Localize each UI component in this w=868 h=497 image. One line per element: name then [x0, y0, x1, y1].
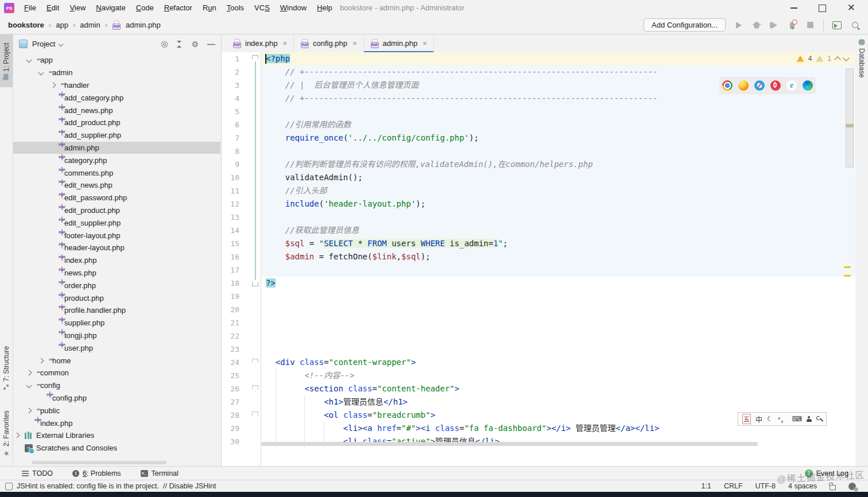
line-number-22[interactable]: 22 — [222, 329, 239, 343]
tree-item-news-php[interactable]: PHPnews.php — [13, 267, 220, 279]
code-line-18[interactable]: ?> — [261, 277, 855, 290]
line-number-18[interactable]: 18 — [222, 277, 239, 290]
breadcrumb-item-admin[interactable]: admin — [80, 21, 100, 29]
tree-item-edit_product-php[interactable]: PHPedit_product.php — [13, 204, 220, 217]
statusbar-disable-jshint-link[interactable]: // Disable JSHint — [163, 482, 216, 490]
chrome-browser-icon[interactable] — [722, 80, 733, 91]
tree-item-add_news-php[interactable]: PHPadd_news.php — [13, 104, 220, 117]
tree-item-common[interactable]: common — [13, 367, 220, 379]
tree-chevron-icon[interactable] — [27, 371, 37, 375]
close-icon[interactable]: ✕ — [847, 1, 855, 15]
line-number-21[interactable]: 21 — [222, 316, 239, 329]
code-line-16[interactable]: $admin = fetchOne($link,$sql); — [261, 250, 855, 263]
profiler-icon[interactable] — [788, 21, 797, 30]
line-number-7[interactable]: 7 — [222, 131, 239, 145]
hide-panel-icon[interactable]: — — [207, 40, 215, 49]
breadcrumb-item-admin-php[interactable]: admin.php — [126, 21, 161, 29]
tree-chevron-icon[interactable] — [27, 383, 37, 387]
tree-item-admin-php[interactable]: PHPadmin.php — [13, 142, 220, 154]
tool-stripe-project[interactable]: 1: Project — [0, 34, 13, 87]
menu-tools[interactable]: Tools — [222, 0, 249, 16]
editor-vertical-scrollbar[interactable] — [846, 68, 854, 168]
editor-body[interactable]: 1<?php2 // +----------------------------… — [222, 52, 855, 466]
line-number-29[interactable]: 29 — [222, 422, 239, 435]
tab-admin-php[interactable]: PHPadmin.php× — [364, 34, 434, 52]
line-number-8[interactable]: 8 — [222, 145, 239, 158]
line-number-4[interactable]: 4 — [222, 92, 239, 105]
code-line-21[interactable] — [261, 316, 855, 329]
breadcrumb-item-app[interactable]: app — [56, 21, 68, 29]
stop-icon[interactable] — [805, 21, 815, 30]
line-number-16[interactable]: 16 — [222, 250, 239, 263]
tool-window-button-6-problems[interactable]: !6: Problems — [72, 469, 121, 477]
code-line-12[interactable]: include('header-layout.php'); — [261, 197, 855, 211]
code-line-25[interactable]: <!--内容--> — [261, 369, 855, 382]
menu-window[interactable]: Window — [275, 0, 312, 16]
tree-item-admin[interactable]: admin — [13, 67, 220, 79]
project-dropdown-chevron-icon[interactable] — [59, 41, 63, 46]
breadcrumb-item-bookstore[interactable]: bookstore — [8, 21, 44, 29]
ie-browser-icon[interactable]: e — [786, 80, 797, 91]
line-number-26[interactable]: 26 — [222, 382, 239, 395]
code-line-27[interactable]: <h1>管理员信息</h1> — [261, 395, 855, 409]
line-number-11[interactable]: 11 — [222, 184, 239, 197]
code-line-6[interactable]: //引用常用的函数 — [261, 118, 855, 131]
line-number-9[interactable]: 9 — [222, 158, 239, 171]
line-number-13[interactable]: 13 — [222, 211, 239, 224]
tab-close-icon[interactable]: × — [282, 39, 287, 48]
line-number-30[interactable]: 30 — [222, 435, 239, 448]
runany-icon[interactable] — [832, 21, 842, 30]
tab-index-php[interactable]: PHPindex.php× — [226, 34, 294, 52]
ime-wrench-icon[interactable] — [816, 416, 822, 422]
code-line-24[interactable]: <div class="content-wrapper"> — [261, 356, 855, 369]
warning-stripe-mark[interactable] — [844, 266, 851, 268]
fold-marker-collapse-icon[interactable] — [252, 385, 258, 392]
menu-navigate[interactable]: Navigate — [91, 0, 130, 16]
tab-close-icon[interactable]: × — [423, 39, 427, 48]
tree-item-order-php[interactable]: PHPorder.php — [13, 279, 220, 292]
statusbar-square-icon[interactable] — [5, 483, 13, 490]
tree-item-handler[interactable]: handler — [13, 79, 220, 92]
code-line-19[interactable] — [261, 290, 855, 303]
tree-item-edit_news-php[interactable]: PHPedit_news.php — [13, 179, 220, 192]
tree-item-config-php[interactable]: PHPconfig.php — [13, 392, 220, 405]
safari-browser-icon[interactable] — [754, 80, 765, 91]
tree-item-supplier-php[interactable]: PHPsupplier.php — [13, 317, 220, 329]
ime-moon-icon[interactable]: ☾ — [767, 415, 773, 423]
coverage-icon[interactable] — [770, 21, 779, 30]
code-line-22[interactable] — [261, 329, 855, 343]
menu-file[interactable]: File — [19, 0, 41, 16]
menu-edit[interactable]: Edit — [41, 0, 64, 16]
tree-item-footer-layout-php[interactable]: PHPfooter-layout.php — [13, 229, 220, 242]
code-line-10[interactable]: validateAdmin(); — [261, 171, 855, 184]
tool-stripe-structure[interactable]: 7: Structure — [0, 337, 13, 398]
highlighting-level-icon[interactable] — [848, 483, 856, 490]
code-line-9[interactable]: //判断判断管理员有没有访问的权限,validateAdmin(),在commo… — [261, 158, 855, 171]
tool-stripe-database[interactable]: Database — [855, 34, 867, 88]
line-number-25[interactable]: 25 — [222, 369, 239, 382]
tree-item-add_supplier-php[interactable]: PHPadd_supplier.php — [13, 129, 220, 142]
tree-item-comments-php[interactable]: PHPcomments.php — [13, 166, 220, 179]
project-panel-title[interactable]: Project — [32, 40, 55, 48]
tree-item-external-libraries[interactable]: External Libraries — [13, 429, 220, 442]
tool-window-button-todo[interactable]: TODO — [22, 469, 53, 477]
run-icon[interactable] — [734, 21, 743, 30]
menu-help[interactable]: Help — [312, 0, 338, 16]
fold-marker-end-icon[interactable] — [252, 279, 258, 286]
tree-item-config[interactable]: config — [13, 379, 220, 392]
tree-item-edit_password-php[interactable]: PHPedit_password.php — [13, 192, 220, 204]
code-line-8[interactable] — [261, 145, 855, 158]
line-number-24[interactable]: 24 — [222, 356, 239, 369]
select-opened-file-icon[interactable]: ◎ — [161, 40, 168, 48]
debug-icon[interactable] — [752, 21, 761, 30]
tree-chevron-icon[interactable] — [15, 433, 25, 437]
tree-item-header-layout-php[interactable]: PHPheader-layout.php — [13, 242, 220, 254]
code-line-15[interactable]: $sql = "SELECT * FROM users WHERE is_adm… — [261, 237, 855, 250]
code-line-26[interactable]: <section class="content-header"> — [261, 382, 855, 395]
line-number-15[interactable]: 15 — [222, 237, 239, 250]
line-number-23[interactable]: 23 — [222, 343, 239, 356]
menu-vcs[interactable]: VCS — [249, 0, 275, 16]
line-number-14[interactable]: 14 — [222, 224, 239, 237]
tree-chevron-icon[interactable] — [27, 58, 37, 62]
search-icon[interactable] — [850, 21, 859, 30]
